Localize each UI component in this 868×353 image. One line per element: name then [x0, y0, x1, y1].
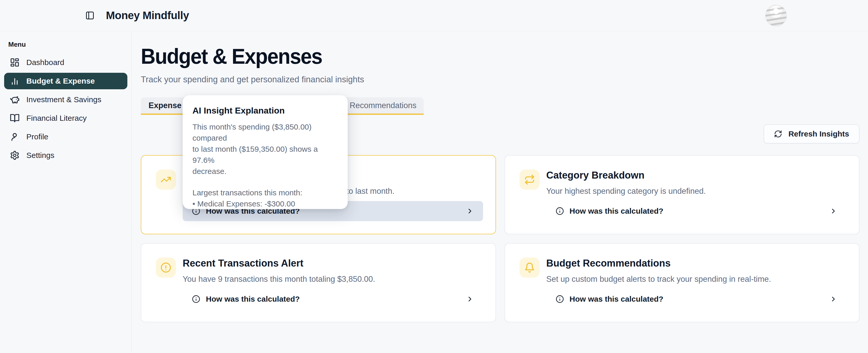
sidebar-item-investment-savings[interactable]: Investment & Savings: [4, 91, 127, 108]
popover-title: AI Insight Explanation: [192, 106, 338, 116]
popover-transactions: Largest transactions this month: • Medic…: [192, 187, 338, 209]
sidebar-item-settings[interactable]: Settings: [4, 147, 127, 164]
user-icon: [10, 132, 20, 142]
how-calculated-row[interactable]: How was this calculated?: [547, 201, 847, 221]
sidebar-item-label: Settings: [26, 151, 54, 160]
sidebar-item-budget-expense[interactable]: Budget & Expense: [4, 73, 127, 89]
refresh-icon: [774, 130, 782, 138]
sidebar-item-label: Investment & Savings: [26, 95, 101, 104]
ai-insight-popover: AI Insight Explanation This month's spen…: [183, 95, 348, 209]
popover-transactions-heading: Largest transactions this month:: [192, 187, 338, 198]
card-title: Recent Transactions Alert: [183, 257, 483, 269]
app-title: Money Mindfully: [106, 9, 189, 22]
dashboard-grid-icon: [10, 58, 20, 67]
icon-tile: [520, 170, 540, 190]
sidebar-item-dashboard[interactable]: Dashboard: [4, 54, 127, 71]
how-calculated-label: How was this calculated?: [570, 207, 663, 215]
gear-icon: [10, 150, 20, 160]
card-body: Set up custom budget alerts to track you…: [547, 274, 847, 284]
card-recent-transactions-alert: Recent Transactions Alert You have 9 tra…: [141, 243, 496, 322]
popover-line: This month's spending ($3,850.00) compar…: [192, 121, 338, 143]
chevron-right-icon: [830, 207, 837, 215]
how-calculated-label: How was this calculated?: [206, 295, 300, 304]
chevron-right-icon: [466, 295, 474, 303]
user-avatar[interactable]: [766, 5, 786, 26]
chevron-right-icon: [466, 207, 474, 215]
icon-tile: [156, 170, 176, 190]
popover-line: decrease.: [192, 166, 338, 177]
info-icon: [556, 295, 564, 303]
icon-tile: [156, 257, 176, 278]
sidebar-menu-label: Menu: [8, 40, 127, 48]
card-category-breakdown: Category Breakdown Your highest spending…: [504, 155, 860, 234]
info-icon: [556, 207, 564, 215]
repeat-icon: [524, 174, 535, 185]
how-calculated-row[interactable]: How was this calculated?: [183, 289, 483, 309]
alert-circle-icon: [160, 262, 171, 273]
how-calculated-label: How was this calculated?: [570, 295, 663, 304]
sidebar-item-label: Financial Literacy: [26, 114, 87, 122]
sidebar-item-financial-literacy[interactable]: Financial Literacy: [4, 110, 127, 127]
chevron-right-icon: [830, 295, 837, 303]
bar-chart-icon: [10, 76, 20, 86]
card-body: Your highest spending category is undefi…: [547, 186, 847, 197]
popover-paragraph: This month's spending ($3,850.00) compar…: [192, 121, 338, 177]
piggy-bank-icon: [10, 95, 20, 105]
panel-left-icon: [85, 11, 95, 20]
card-body-fragment: to last month.: [346, 186, 395, 196]
top-header: Money Mindfully: [0, 0, 868, 31]
app-root: Money Mindfully Menu Dashboard Budget & …: [0, 0, 868, 353]
refresh-insights-label: Refresh Insights: [788, 130, 849, 138]
card-title: Category Breakdown: [547, 170, 847, 181]
sidebar-item-profile[interactable]: Profile: [4, 129, 127, 145]
sidebar-toggle-button[interactable]: [84, 10, 96, 21]
refresh-insights-button[interactable]: Refresh Insights: [764, 125, 860, 143]
card-title: Budget Recommendations: [547, 257, 847, 269]
popover-transaction-item: • Medical Expenses: -$300.00: [192, 198, 338, 209]
sidebar-item-label: Profile: [26, 132, 48, 141]
sidebar-item-label: Dashboard: [26, 58, 64, 67]
info-icon: [192, 295, 200, 303]
sidebar-nav: Dashboard Budget & Expense Investment & …: [4, 54, 127, 164]
card-body: You have 9 transactions this month total…: [183, 274, 483, 284]
icon-tile: [520, 257, 540, 278]
open-book-icon: [10, 113, 20, 123]
page-title: Budget & Expenses: [141, 44, 816, 69]
how-calculated-row[interactable]: How was this calculated?: [547, 289, 847, 309]
trending-up-icon: [160, 174, 171, 185]
sidebar-item-label: Budget & Expense: [26, 77, 95, 85]
card-budget-recommendations: Budget Recommendations Set up custom bud…: [504, 243, 860, 322]
bell-icon: [524, 262, 535, 273]
page-subtitle: Track your spending and get personalized…: [141, 75, 860, 84]
popover-line: to last month ($159,350.00) shows a 97.6…: [192, 143, 338, 166]
sidebar: Menu Dashboard Budget & Expense: [0, 31, 132, 353]
